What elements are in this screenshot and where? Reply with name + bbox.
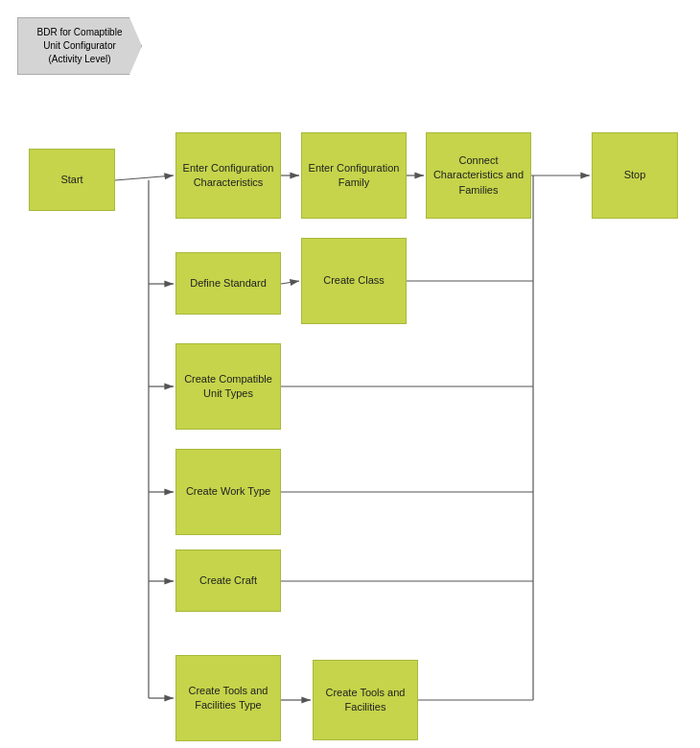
- header-label: BDR for Comaptible Unit Configurator (Ac…: [17, 17, 142, 75]
- svg-line-1: [115, 175, 174, 180]
- svg-line-7: [281, 281, 299, 284]
- node-create-tools-facilities[interactable]: Create Tools and Facilities: [313, 660, 418, 740]
- node-create-compatible-unit-types[interactable]: Create Compatible Unit Types: [175, 343, 281, 430]
- node-create-craft[interactable]: Create Craft: [175, 549, 281, 612]
- node-start[interactable]: Start: [29, 149, 115, 211]
- diagram-container: BDR for Comaptible Unit Configurator (Ac…: [0, 0, 700, 748]
- node-define-standard[interactable]: Define Standard: [175, 252, 281, 315]
- node-create-tools-facilities-type[interactable]: Create Tools and Facilities Type: [175, 655, 281, 741]
- arrows-svg: [0, 0, 700, 748]
- header-title: BDR for Comaptible Unit Configurator (Ac…: [37, 27, 123, 64]
- node-create-class[interactable]: Create Class: [301, 238, 407, 324]
- node-stop[interactable]: Stop: [592, 132, 678, 219]
- node-create-work-type[interactable]: Create Work Type: [175, 449, 281, 535]
- node-enter-characteristics[interactable]: Enter Configuration Characteristics: [175, 132, 281, 219]
- node-connect-char-families[interactable]: Connect Characteristics and Families: [426, 132, 531, 219]
- node-enter-family[interactable]: Enter Configuration Family: [301, 132, 407, 219]
